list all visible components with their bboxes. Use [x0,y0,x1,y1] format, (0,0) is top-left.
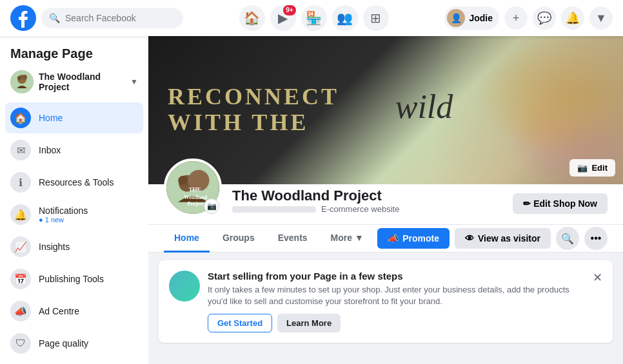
sidebar-item-notifications[interactable]: 🔔 Notifications ● 1 new [5,199,143,230]
promo-title: Start selling from your Page in a few st… [208,271,585,282]
sidebar-item-label: Home [39,113,63,123]
tab-home[interactable]: Home [164,225,210,253]
cover-text-line2: WITH THE [168,110,339,136]
search-icon: 🔍 [561,233,574,245]
sidebar-item-label: Notifications [39,206,88,216]
tab-events[interactable]: Events [268,225,318,253]
sidebar: Manage Page The Woodland Project ▼ 🏠 Hom… [0,36,148,364]
promo-actions: Get Started Learn More [208,314,585,332]
ellipsis-icon: ••• [591,233,602,244]
notification-badge: ● 1 new [39,216,88,224]
cover-text-block: RECONNECT WITH THE [168,84,339,135]
url-placeholder [232,206,316,213]
eye-icon: 👁 [465,233,474,244]
facebook-logo-icon[interactable] [10,5,36,31]
page-selector[interactable]: The Woodland Project ▼ [5,66,143,97]
tab-more-options-button[interactable]: ••• [584,227,608,250]
tab-search-button[interactable]: 🔍 [556,227,579,250]
cover-edit-label: Edit [591,163,608,173]
tab-groups[interactable]: Groups [212,225,265,253]
promo-content: Start selling from your Page in a few st… [208,271,585,332]
resources-icon: ℹ [10,172,31,193]
insights-icon: 📈 [10,236,31,257]
sidebar-item-quality[interactable]: 🛡 Page quality [5,328,143,359]
edit-shop-button[interactable]: ✏ Edit Shop Now [513,193,608,214]
page-details: The Woodland Project E-commerce website [232,187,502,216]
user-profile-button[interactable]: 👤 Jodie [444,6,499,30]
svg-text:Project: Project [188,201,204,207]
search-icon: 🔍 [49,13,60,23]
profile-picture-wrapper: THE Woodland Project 📷 [164,158,222,216]
shield-icon: 🛡 [10,333,31,354]
visitor-label: View as visitor [478,233,540,244]
messenger-button[interactable]: 💬 [533,6,556,30]
adcentre-icon: 📣 [10,301,31,321]
nav-watch-button[interactable]: ▶ 9+ [270,5,296,31]
sidebar-title: Manage Page [5,44,143,66]
page-info-bar: THE Woodland Project 📷 The Woodland Proj… [148,184,623,225]
watch-badge: 9+ [283,5,295,15]
sidebar-item-inbox[interactable]: ✉ Inbox [5,135,143,166]
sidebar-item-insights[interactable]: 📈 Insights [5,231,143,262]
search-box[interactable]: 🔍 [41,8,183,28]
home-icon: 🏠 [10,108,31,128]
nav-marketplace-button[interactable]: 🏪 [301,5,327,31]
main-content: RECONNECT WITH THE wild 📷 Edit [148,36,623,364]
bell-icon: 🔔 [10,204,31,225]
promote-label: Promote [402,233,439,244]
nav-groups-button[interactable]: 👥 [332,5,358,31]
search-input[interactable] [65,13,175,23]
inbox-icon: ✉ [10,140,31,160]
top-navigation: 🔍 🏠 ▶ 9+ 🏪 👥 ⊞ 👤 Jodie + 💬 🔔 ▼ [0,0,623,36]
megaphone-icon: 📣 [388,233,399,244]
promo-description: It only takes a few minutes to set up yo… [208,284,585,307]
add-button[interactable]: + [504,6,528,30]
svg-point-8 [178,176,188,186]
cover-edit-button[interactable]: 📷 Edit [569,159,615,177]
chevron-down-icon: ▼ [130,77,138,86]
promo-icon [169,271,200,302]
svg-text:Woodland: Woodland [184,195,207,200]
sidebar-item-publishing[interactable]: 📅 Publishing Tools [5,263,143,294]
main-layout: Manage Page The Woodland Project ▼ 🏠 Hom… [0,36,623,364]
cover-text-line1: RECONNECT [168,84,339,110]
page-tabs: Home Groups Events More ▼ 📣 Promote 👁 Vi… [148,225,623,253]
nav-gaming-button[interactable]: ⊞ [363,5,389,31]
svg-point-3 [17,76,21,80]
view-as-visitor-button[interactable]: 👁 View as visitor [455,228,551,249]
nav-home-button[interactable]: 🏠 [239,5,265,31]
page-category: E-commerce website [321,204,399,214]
center-nav: 🏠 ▶ 9+ 🏪 👥 ⊞ [183,5,444,31]
sidebar-item-label: Page quality [39,338,88,349]
notifications-content: Notifications ● 1 new [39,206,88,224]
promote-button[interactable]: 📣 Promote [377,228,450,249]
close-banner-button[interactable]: ✕ [593,271,602,285]
sidebar-item-label: Inbox [39,145,61,155]
sidebar-item-home[interactable]: 🏠 Home [5,102,143,133]
calendar-icon: 📅 [10,269,31,289]
profile-camera-icon[interactable]: 📷 [204,198,219,214]
svg-point-4 [22,75,27,80]
tab-more[interactable]: More ▼ [321,225,374,253]
sidebar-item-adcentre[interactable]: 📣 Ad Centre [5,296,143,327]
user-name-label: Jodie [469,13,493,23]
camera-icon: 📷 [577,163,588,173]
sidebar-item-resources[interactable]: ℹ Resources & Tools [5,167,143,198]
tab-actions: 📣 Promote 👁 View as visitor 🔍 ••• [377,227,608,250]
sidebar-item-label: Insights [39,242,70,252]
page-url-row: E-commerce website [232,204,502,214]
sidebar-item-editinfo[interactable]: ✏ Edit Page Info ● 2 new [5,360,143,364]
sidebar-item-label: Resources & Tools [39,177,114,187]
promo-banner: Start selling from your Page in a few st… [159,260,613,343]
page-title: The Woodland Project [232,187,502,204]
page-avatar [10,70,34,93]
svg-text:THE: THE [189,186,201,193]
get-started-button[interactable]: Get Started [208,314,272,332]
avatar: 👤 [447,9,465,27]
page-name-label: The Woodland Project [39,72,125,92]
learn-more-button[interactable]: Learn More [277,314,341,332]
sidebar-item-label: Publishing Tools [39,274,104,284]
topnav-right: 👤 Jodie + 💬 🔔 ▼ [444,6,613,30]
menu-button[interactable]: ▼ [589,6,613,30]
notifications-button[interactable]: 🔔 [561,6,584,30]
